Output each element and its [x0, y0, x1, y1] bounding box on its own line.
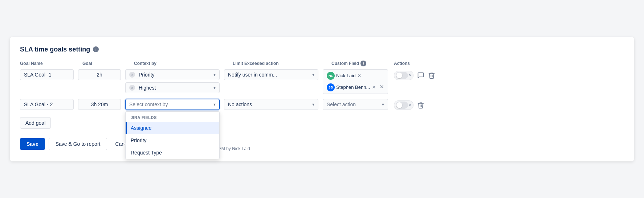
context-by-placeholder: Select context by [129, 102, 168, 107]
remove-user-sb[interactable]: ✕ [372, 85, 376, 90]
row2-actions: ✕ [394, 99, 424, 110]
context-dropdown-menu: JIRA FIELDS Assignee Priority Request Ty… [125, 111, 220, 159]
goal-duration-cell-2 [78, 99, 121, 110]
remove-user-nl[interactable]: ✕ [358, 73, 361, 78]
comment-icon[interactable] [417, 72, 424, 79]
custom-field-info-icon[interactable]: i [360, 61, 366, 66]
user-tag-nl: NL Nick Laid ✕ [327, 72, 361, 80]
page-title-row: SLA time goals setting i [20, 46, 624, 53]
limit-exceeded-dropdown-row1[interactable]: Notify user in comm... ▾ [224, 69, 318, 80]
chevron-down-icon: ▾ [213, 72, 216, 77]
toggle-knob-row2 [396, 102, 402, 108]
toggle-x-row2[interactable]: ✕ [409, 103, 412, 107]
user-tags-container: NL Nick Laid ✕ SB Stephen Benn... ✕ ✕ [323, 69, 388, 94]
toggle-row2[interactable]: ✕ [394, 100, 413, 110]
context-by-dropdown-row1-priority[interactable]: ✕ Priority ▾ [125, 69, 220, 80]
goal-name-input[interactable] [20, 69, 74, 80]
toggle-knob-row1 [396, 73, 402, 78]
toggle-x-row1[interactable]: ✕ [409, 73, 412, 77]
limit-exceeded-value: Notify user in comm... [228, 72, 277, 78]
context-tag-priority: Priority [139, 72, 155, 78]
select-action-placeholder: Select action [327, 102, 356, 107]
chevron-down-icon-4: ▾ [213, 102, 216, 107]
row1-actions: ✕ [394, 69, 435, 80]
custom-field-cell: NL Nick Laid ✕ SB Stephen Benn... ✕ ✕ [323, 69, 388, 94]
context-by-cell: ✕ Priority ▾ ✕ Highest ▾ [125, 69, 220, 93]
column-headers: Goal Name Goal Context by Limit Exceeded… [20, 61, 624, 66]
add-goal-button[interactable]: Add goal [20, 117, 51, 129]
clear-priority-btn[interactable]: ✕ [129, 72, 135, 78]
header-limit-exceeded: Limit Exceeded action [233, 61, 327, 66]
user-name-sb: Stephen Benn... [336, 84, 370, 90]
context-by-dropdown-row2[interactable]: Select context by ▾ [125, 99, 220, 110]
goal-duration-input[interactable] [78, 69, 121, 80]
dropdown-item-request-type[interactable]: Request Type [126, 147, 219, 159]
close-all-users-btn[interactable]: ✕ [380, 84, 384, 90]
header-goal: Goal [82, 61, 130, 66]
limit-exceeded-value-2: No actions [228, 102, 252, 107]
dropdown-item-assignee[interactable]: Assignee [126, 122, 219, 134]
title-info-icon[interactable]: i [93, 46, 99, 52]
header-custom-field: Custom Field i [331, 61, 390, 66]
user-name-nl: Nick Laid [336, 73, 355, 78]
chevron-down-icon-5: ▾ [312, 102, 314, 107]
avatar-nl: NL [327, 72, 335, 80]
toggle-pill-row1 [396, 72, 408, 79]
delete-icon-row2[interactable] [417, 102, 424, 109]
goal-name-cell [20, 69, 74, 80]
context-by-cell-2: Select context by ▾ JIRA FIELDS Assignee… [125, 99, 220, 110]
goal-duration-input-2[interactable] [78, 99, 121, 110]
save-button[interactable]: Save [20, 138, 45, 150]
sla-settings-container: SLA time goals setting i Goal Name Goal … [10, 37, 634, 161]
context-tag-highest: Highest [139, 85, 156, 91]
dropdown-section-label: JIRA FIELDS [126, 112, 219, 122]
toggle-pill-row2 [396, 102, 408, 109]
user-tag-sb: SB Stephen Benn... ✕ [327, 83, 376, 91]
footer-actions: Save Save & Go to report Cancel Created … [20, 137, 624, 151]
add-goal-section: Add goal [20, 115, 624, 135]
chevron-down-icon-2: ▾ [213, 85, 216, 90]
limit-exceeded-cell: Notify user in comm... ▾ [224, 69, 318, 80]
save-go-to-report-button[interactable]: Save & Go to report [49, 138, 107, 150]
header-goal-name: Goal Name [20, 61, 78, 66]
limit-exceeded-dropdown-row2[interactable]: No actions ▾ [224, 99, 318, 110]
clear-highest-btn[interactable]: ✕ [129, 85, 135, 91]
delete-icon[interactable] [428, 72, 435, 79]
toggle-row1[interactable]: ✕ [394, 71, 413, 80]
header-actions: Actions [394, 61, 423, 66]
dropdown-item-priority[interactable]: Priority [126, 134, 219, 147]
chevron-down-icon-6: ▾ [382, 102, 384, 107]
chevron-down-icon-3: ▾ [312, 72, 314, 77]
goal-duration-cell [78, 69, 121, 80]
table-row: ✕ Priority ▾ ✕ Highest ▾ Notify user in … [20, 69, 624, 94]
page-title: SLA time goals setting [20, 46, 90, 53]
goal-name-cell-2 [20, 99, 74, 110]
table-row: Select context by ▾ JIRA FIELDS Assignee… [20, 99, 624, 110]
select-action-dropdown[interactable]: Select action ▾ [323, 99, 388, 110]
goal-name-input-2[interactable] [20, 99, 74, 110]
avatar-sb: SB [327, 83, 335, 91]
header-context-by: Context by [134, 61, 228, 66]
context-by-dropdown-row1-highest[interactable]: ✕ Highest ▾ [125, 82, 220, 93]
limit-exceeded-cell-2: No actions ▾ [224, 99, 318, 110]
custom-field-cell-2: Select action ▾ [323, 99, 388, 110]
